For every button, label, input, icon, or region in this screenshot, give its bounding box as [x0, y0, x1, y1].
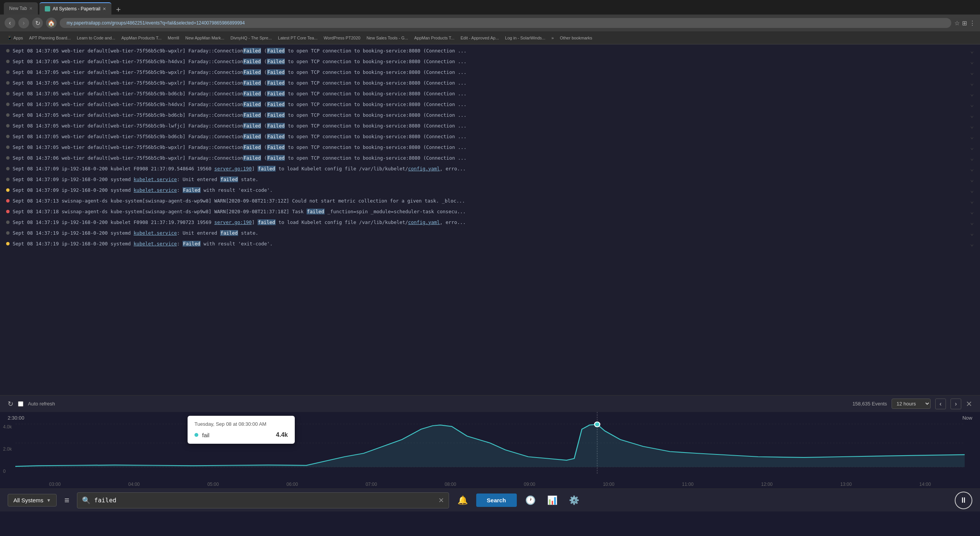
- bookmark-btn[interactable]: ☆: [954, 20, 960, 27]
- log-line[interactable]: Sept 08 14:37:09 ip-192-168-0-200 system…: [0, 185, 980, 195]
- bookmark-apt[interactable]: APT Planning Board...: [26, 34, 74, 41]
- tab-close-icon[interactable]: ✕: [29, 6, 33, 11]
- log-text: Sept 08 14:37:05 web-tier default[web-ti…: [13, 101, 967, 107]
- log-line[interactable]: Sept 08 14:37:05 web-tier default[web-ti…: [0, 67, 980, 77]
- log-line[interactable]: Sept 08 14:37:05 web-tier default[web-ti…: [0, 120, 980, 131]
- log-dot: [6, 70, 10, 74]
- search-btn[interactable]: Search: [476, 494, 517, 507]
- expand-arrow[interactable]: ⌄: [970, 229, 974, 237]
- bookmark-divny[interactable]: DivnyHQ - The Spre...: [228, 34, 274, 41]
- expand-arrow[interactable]: ⌄: [970, 144, 974, 151]
- forward-btn[interactable]: ›: [18, 18, 29, 28]
- expand-arrow[interactable]: ⌄: [970, 165, 974, 172]
- search-clear-btn[interactable]: ✕: [438, 496, 444, 505]
- expand-arrow[interactable]: ⌄: [970, 197, 974, 204]
- extensions-btn[interactable]: ⊞: [962, 20, 967, 27]
- system-selector[interactable]: All Systems ▼: [8, 494, 57, 507]
- prev-chart-btn[interactable]: ‹: [935, 399, 946, 409]
- expand-arrow[interactable]: ⌄: [970, 133, 974, 140]
- bookmark-learn[interactable]: Learn to Code and...: [74, 34, 118, 41]
- log-text: Sept 08 14:37:05 web-tier default[web-ti…: [13, 144, 967, 150]
- expand-arrow[interactable]: ⌄: [970, 111, 974, 119]
- url-bar[interactable]: my.papertrailapp.com/groups/4862251/even…: [60, 18, 951, 28]
- log-line[interactable]: Sept 08 14:37:05 web-tier default[web-ti…: [0, 131, 980, 142]
- log-line[interactable]: Sept 08 14:37:13 swisnap-agent-ds kube-s…: [0, 195, 980, 206]
- bookmark-other[interactable]: »: [549, 34, 556, 41]
- tab-new-tab[interactable]: New Tab ✕: [4, 2, 38, 15]
- log-dot: [6, 103, 10, 106]
- log-line[interactable]: Sept 08 14:37:05 web-tier default[web-ti…: [0, 88, 980, 99]
- log-line[interactable]: Sept 08 14:37:19 ip-192-168-0-200 kubele…: [0, 217, 980, 227]
- search-icon: 🔍: [82, 496, 90, 504]
- log-line[interactable]: Sept 08 14:37:19 ip-192-168-0-200 system…: [0, 238, 980, 249]
- settings-btn[interactable]: ⚙️: [566, 492, 582, 508]
- bookmark-merrill[interactable]: Merrill: [165, 34, 182, 41]
- refresh-btn[interactable]: ↻: [32, 18, 43, 28]
- bookmark-new-sales[interactable]: New Sales Tools - G...: [364, 34, 411, 41]
- bookmark-apps[interactable]: 📱 Apps: [5, 34, 26, 41]
- history-btn[interactable]: 🕐: [522, 492, 539, 508]
- new-tab-btn[interactable]: +: [113, 4, 124, 15]
- pause-btn[interactable]: ⏸: [955, 492, 972, 509]
- expand-arrow[interactable]: ⌄: [970, 47, 974, 54]
- log-text: Sept 08 14:37:19 ip-192-168-0-200 kubele…: [13, 219, 967, 225]
- bookmark-wordpress[interactable]: WordPress PT2020: [321, 34, 363, 41]
- log-line[interactable]: Sept 08 14:37:09 ip-192-168-0-200 kubele…: [0, 163, 980, 174]
- expand-arrow[interactable]: ⌄: [970, 101, 974, 108]
- log-dot: [6, 81, 10, 85]
- alert-btn[interactable]: 🔔: [454, 492, 471, 508]
- log-line[interactable]: Sept 08 14:37:18 swisnap-agent-ds kube-s…: [0, 206, 980, 217]
- time-range-select[interactable]: 30 minutes 1 hour 2 hours 4 hours 6 hour…: [892, 399, 931, 409]
- bookmark-other-label[interactable]: Other bookmarks: [557, 34, 595, 41]
- expand-arrow[interactable]: ⌄: [970, 79, 974, 87]
- expand-arrow[interactable]: ⌄: [970, 122, 974, 129]
- auto-refresh-checkbox[interactable]: [18, 401, 23, 407]
- expand-arrow[interactable]: ⌄: [970, 186, 974, 194]
- menu-btn[interactable]: ⋮: [969, 20, 975, 27]
- expand-arrow[interactable]: ⌄: [970, 90, 974, 97]
- log-line[interactable]: Sept 08 14:37:05 web-tier default[web-ti…: [0, 77, 980, 88]
- log-text: Sept 08 14:37:05 web-tier default[web-ti…: [13, 48, 967, 54]
- refresh-chart-btn[interactable]: ↻: [8, 400, 13, 408]
- chart-btn[interactable]: 📊: [544, 492, 560, 508]
- log-dot: [6, 199, 10, 203]
- expand-arrow[interactable]: ⌄: [970, 176, 974, 183]
- tab-papertrail[interactable]: All Systems - Papertrail ✕: [39, 2, 111, 15]
- svg-point-4: [595, 422, 600, 427]
- log-text: Sept 08 14:37:05 web-tier default[web-ti…: [13, 59, 967, 64]
- log-line[interactable]: Sept 08 14:37:05 web-tier default[web-ti…: [0, 109, 980, 120]
- log-dot: [6, 221, 10, 224]
- expand-arrow[interactable]: ⌄: [970, 154, 974, 162]
- search-input[interactable]: [94, 497, 434, 504]
- next-chart-btn[interactable]: ›: [951, 399, 961, 409]
- log-line[interactable]: Sept 08 14:37:05 web-tier default[web-ti…: [0, 142, 980, 152]
- log-line[interactable]: Sept 08 14:37:05 web-tier default[web-ti…: [0, 45, 980, 56]
- log-line[interactable]: Sept 08 14:37:09 ip-192-168-0-200 system…: [0, 174, 980, 185]
- tooltip-series-dot: [194, 433, 198, 437]
- log-dot: [6, 145, 10, 149]
- y-labels: 4.0k 2.0k 0: [3, 424, 12, 474]
- bookmark-appman[interactable]: AppMan Products T...: [119, 34, 164, 41]
- expand-arrow[interactable]: ⌄: [970, 240, 974, 247]
- x-label-11: 11:00: [682, 482, 694, 487]
- home-btn[interactable]: 🏠: [46, 18, 57, 28]
- bookmark-edit[interactable]: Edit - Approved Ap...: [458, 34, 501, 41]
- bookmark-new-appman[interactable]: New AppMan Mark...: [183, 34, 227, 41]
- hamburger-btn[interactable]: ≡: [62, 493, 72, 508]
- log-line[interactable]: Sept 08 14:37:05 web-tier default[web-ti…: [0, 99, 980, 109]
- log-line[interactable]: Sept 08 14:37:06 web-tier default[web-ti…: [0, 152, 980, 163]
- back-btn[interactable]: ‹: [5, 18, 15, 28]
- expand-arrow[interactable]: ⌄: [970, 58, 974, 65]
- log-dot: [6, 242, 10, 245]
- expand-arrow[interactable]: ⌄: [970, 69, 974, 76]
- expand-arrow[interactable]: ⌄: [970, 208, 974, 215]
- bookmark-appman2[interactable]: AppMan Products T...: [412, 34, 457, 41]
- close-chart-btn[interactable]: ✕: [966, 399, 972, 409]
- expand-arrow[interactable]: ⌄: [970, 219, 974, 226]
- bookmark-solarwinds[interactable]: Log in - SolarWinds...: [502, 34, 548, 41]
- log-line[interactable]: Sept 08 14:37:05 web-tier default[web-ti…: [0, 56, 980, 67]
- system-selector-label: All Systems: [13, 497, 43, 503]
- bookmark-pt-core[interactable]: Latest PT Core Tea...: [275, 34, 320, 41]
- log-line[interactable]: Sept 08 14:37:19 ip-192-168-0-200 system…: [0, 227, 980, 238]
- tab-close-icon[interactable]: ✕: [103, 7, 106, 11]
